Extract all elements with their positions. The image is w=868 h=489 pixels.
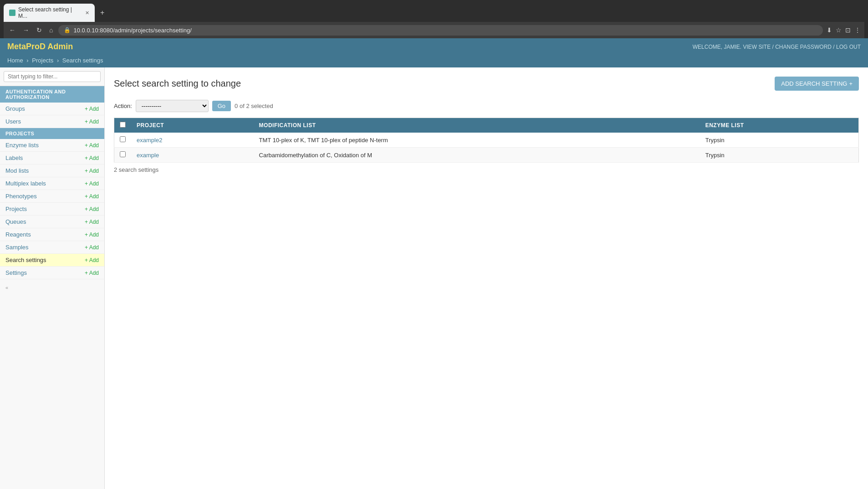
sidebar-settings-add[interactable]: + Add (85, 270, 99, 276)
sidebar: AUTHENTICATION AND AUTHORIZATION Groups … (0, 67, 105, 489)
sidebar-labels-add[interactable]: + Add (85, 155, 99, 161)
search-settings-table: PROJECT MODIFICATION LIST ENZYME LIST ex… (114, 118, 859, 163)
row1-checkbox[interactable] (120, 136, 126, 142)
sidebar-item-reagents[interactable]: Reagents + Add (0, 228, 104, 241)
row1-modification-list: TMT 10-plex of K, TMT 10-plex of peptide… (254, 133, 700, 148)
sidebar-search-settings-label: Search settings (5, 257, 46, 263)
sidebar-item-queues[interactable]: Queues + Add (0, 216, 104, 228)
tab-title: Select search setting | M... (18, 6, 82, 19)
table-header: PROJECT MODIFICATION LIST ENZYME LIST (114, 118, 859, 133)
breadcrumb-sep1: › (26, 57, 28, 64)
downloads-icon[interactable]: ⬇ (827, 26, 832, 34)
sidebar-item-users-label: Users (5, 118, 21, 125)
logout-link[interactable]: LOG OUT (836, 44, 861, 50)
browser-chrome: Select search setting | M... ✕ + ← → ↻ ⌂… (0, 0, 868, 38)
tab-close-button[interactable]: ✕ (85, 10, 89, 16)
col-checkbox (114, 118, 132, 133)
sidebar-queues-label: Queues (5, 218, 26, 225)
table-row: example2 TMT 10-plex of K, TMT 10-plex o… (114, 133, 859, 148)
action-select[interactable]: ---------- (136, 100, 209, 112)
new-tab-button[interactable]: + (97, 7, 108, 19)
sidebar-item-labels[interactable]: Labels + Add (0, 152, 104, 165)
row1-project: example2 (131, 133, 254, 148)
view-site-link[interactable]: VIEW SITE (743, 44, 771, 50)
sidebar-groups-add[interactable]: + Add (85, 106, 99, 112)
sidebar-item-search-settings[interactable]: Search settings + Add (0, 254, 104, 267)
security-icon: 🔒 (64, 27, 71, 33)
sidebar-filter-container (0, 67, 104, 86)
sidebar-enzyme-lists-add[interactable]: + Add (85, 142, 99, 149)
sidebar-item-users[interactable]: Users + Add (0, 115, 104, 128)
breadcrumb-projects[interactable]: Projects (32, 57, 53, 64)
sidebar-multiplex-labels-label: Multiplex labels (5, 180, 46, 187)
sidebar-reagents-add[interactable]: + Add (85, 232, 99, 238)
address-bar[interactable]: 🔒 10.0.0.10:8080/admin/projects/searchse… (58, 25, 823, 36)
app-title[interactable]: MetaProD Admin (7, 42, 73, 51)
result-count: 2 search settings (114, 166, 859, 173)
col-enzyme-list[interactable]: ENZYME LIST (700, 118, 859, 133)
refresh-button[interactable]: ↻ (35, 25, 44, 36)
sidebar-section-auth: AUTHENTICATION AND AUTHORIZATION (0, 86, 104, 103)
tab-bar: Select search setting | M... ✕ + (4, 4, 864, 22)
sidebar-labels-label: Labels (5, 154, 23, 161)
sidebar-item-samples[interactable]: Samples + Add (0, 241, 104, 254)
sidebar-multiplex-labels-add[interactable]: + Add (85, 180, 99, 187)
add-icon: + (849, 80, 853, 87)
active-tab[interactable]: Select search setting | M... ✕ (4, 4, 95, 22)
back-button[interactable]: ← (7, 25, 17, 36)
row1-enzyme-list: Trypsin (700, 133, 859, 148)
row1-checkbox-cell (114, 133, 132, 148)
sidebar-enzyme-lists-label: Enzyme lists (5, 142, 39, 149)
col-project[interactable]: PROJECT (131, 118, 254, 133)
sidebar-item-settings[interactable]: Settings + Add (0, 267, 104, 279)
sidebar-phenotypes-add[interactable]: + Add (85, 193, 99, 200)
sidebar-item-mod-lists[interactable]: Mod lists + Add (0, 165, 104, 177)
sidebar-item-phenotypes[interactable]: Phenotypes + Add (0, 190, 104, 203)
select-all-checkbox[interactable] (120, 122, 126, 128)
user-info: WELCOME, JAMIE. VIEW SITE / CHANGE PASSW… (693, 44, 861, 50)
extensions-icon[interactable]: ⊡ (845, 26, 851, 34)
add-search-setting-button[interactable]: ADD SEARCH SETTING + (775, 77, 859, 91)
bookmarks-icon[interactable]: ☆ (836, 26, 842, 34)
sidebar-mod-lists-label: Mod lists (5, 167, 29, 174)
sidebar-settings-label: Settings (5, 269, 27, 276)
breadcrumb-home[interactable]: Home (7, 57, 23, 64)
sidebar-item-groups[interactable]: Groups + Add (0, 103, 104, 115)
action-label: Action: (114, 103, 132, 109)
breadcrumb-sep2: › (57, 57, 59, 64)
sidebar-projects-label: Projects (5, 206, 27, 212)
row1-project-link[interactable]: example2 (137, 137, 162, 144)
selected-count: 0 of 2 selected (235, 103, 273, 109)
sidebar-projects-add[interactable]: + Add (85, 206, 99, 212)
home-button[interactable]: ⌂ (47, 25, 55, 36)
sidebar-mod-lists-add[interactable]: + Add (85, 168, 99, 174)
page-title: Select search setting to change (114, 78, 241, 89)
row2-project: example (131, 148, 254, 163)
menu-icon[interactable]: ⋮ (854, 26, 861, 34)
content-header: Select search setting to change ADD SEAR… (114, 77, 859, 91)
sidebar-samples-add[interactable]: + Add (85, 244, 99, 251)
sidebar-queues-add[interactable]: + Add (85, 219, 99, 225)
action-bar: Action: ---------- Go 0 of 2 selected (114, 100, 859, 112)
sidebar-item-projects[interactable]: Projects + Add (0, 203, 104, 216)
sidebar-collapse-button[interactable]: « (4, 283, 10, 292)
row2-enzyme-list: Trypsin (700, 148, 859, 163)
sidebar-item-enzyme-lists[interactable]: Enzyme lists + Add (0, 139, 104, 152)
sidebar-filter-input[interactable] (4, 71, 101, 82)
col-modification-list[interactable]: MODIFICATION LIST (254, 118, 700, 133)
sidebar-users-add[interactable]: + Add (85, 118, 99, 125)
row2-project-link[interactable]: example (137, 152, 159, 159)
go-button[interactable]: Go (212, 101, 231, 111)
change-password-link[interactable]: CHANGE PASSWORD (775, 44, 832, 50)
row2-checkbox-cell (114, 148, 132, 163)
row2-checkbox[interactable] (120, 151, 126, 157)
forward-button[interactable]: → (21, 25, 31, 36)
sidebar-search-settings-add[interactable]: + Add (85, 257, 99, 263)
main-layout: AUTHENTICATION AND AUTHORIZATION Groups … (0, 67, 868, 489)
table-row: example Carbamidomethylation of C, Oxida… (114, 148, 859, 163)
sidebar-samples-label: Samples (5, 244, 29, 251)
tab-favicon (9, 10, 15, 16)
welcome-text: WELCOME, JAMIE. (693, 44, 741, 50)
sidebar-item-multiplex-labels[interactable]: Multiplex labels + Add (0, 177, 104, 190)
app-header: MetaProD Admin WELCOME, JAMIE. VIEW SITE… (0, 38, 868, 55)
